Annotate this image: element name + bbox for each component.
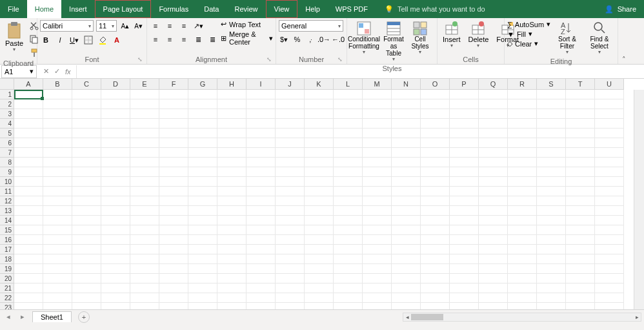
cell[interactable] [72,167,101,177]
cell[interactable] [537,293,566,303]
cell[interactable] [508,225,537,235]
cell[interactable] [537,119,566,129]
cell[interactable] [421,254,450,264]
cell[interactable] [130,129,159,138]
tab-page-layout[interactable]: Page Layout [95,0,152,18]
cell[interactable] [159,245,188,254]
cell[interactable] [450,245,479,254]
cell[interactable] [508,138,537,148]
cell[interactable] [276,254,305,264]
cell[interactable] [14,177,43,187]
merge-center-button[interactable]: ⊞Merge & Center▾ [221,30,273,46]
cell[interactable] [305,235,334,245]
cell[interactable] [595,177,624,187]
cell[interactable] [421,303,450,309]
cell[interactable] [566,264,595,274]
column-header[interactable]: Q [479,79,508,90]
cell[interactable] [421,235,450,245]
row-header[interactable]: 23 [0,303,14,309]
cell[interactable] [305,264,334,274]
cell[interactable] [595,245,624,254]
cell[interactable] [508,119,537,129]
scroll-thumb[interactable] [411,314,443,320]
cell[interactable] [217,254,247,264]
align-bottom-button[interactable]: ≡ [178,20,190,32]
cell[interactable] [334,274,363,284]
cell[interactable] [392,303,421,309]
cell[interactable] [159,264,188,274]
cell[interactable] [101,109,130,119]
cell[interactable] [595,225,624,235]
tab-data[interactable]: Data [196,0,226,18]
cell[interactable] [305,293,334,303]
cell[interactable] [537,254,566,264]
cell[interactable] [595,167,624,177]
cell[interactable] [247,187,276,196]
cell[interactable] [305,187,334,196]
cell[interactable] [72,274,101,284]
cell[interactable] [450,225,479,235]
cell[interactable] [276,167,305,177]
cell[interactable] [276,216,305,225]
cell[interactable] [188,274,217,284]
cell[interactable] [276,245,305,254]
align-center-button[interactable]: ≡ [164,34,176,45]
cell[interactable] [217,235,247,245]
cell[interactable] [159,158,188,167]
cell[interactable] [508,206,537,216]
cell-styles-button[interactable]: Cell Styles▾ [409,20,431,57]
cell[interactable] [14,235,43,245]
cell[interactable] [537,303,566,309]
cell[interactable] [305,177,334,187]
cell[interactable] [101,245,130,254]
decrease-decimal-button[interactable]: ←.0 [332,34,344,45]
cell[interactable] [479,177,508,187]
cell[interactable] [537,264,566,274]
cell[interactable] [479,109,508,119]
cell[interactable] [276,196,305,206]
cell[interactable] [101,284,130,293]
cell[interactable] [334,206,363,216]
enter-formula-button[interactable]: ✓ [54,67,60,76]
cell[interactable] [566,245,595,254]
accounting-format-button[interactable]: $▾ [279,34,289,45]
cell[interactable] [43,284,72,293]
cell[interactable] [101,235,130,245]
cell[interactable] [450,158,479,167]
align-right-button[interactable]: ≡ [178,34,190,45]
cell[interactable] [305,196,334,206]
cell[interactable] [595,187,624,196]
cell[interactable] [537,129,566,138]
cell[interactable] [217,167,247,177]
cell[interactable] [305,254,334,264]
cell[interactable] [276,99,305,109]
cell[interactable] [247,216,276,225]
cell[interactable] [247,284,276,293]
cell[interactable] [305,90,334,99]
share-button[interactable]: 👤 Share [605,5,636,14]
cell[interactable] [566,90,595,99]
cell[interactable] [14,254,43,264]
cell[interactable] [537,99,566,109]
cell[interactable] [508,303,537,309]
cell[interactable] [188,167,217,177]
cell[interactable] [217,99,247,109]
column-header[interactable]: B [43,79,72,90]
cell[interactable] [101,138,130,148]
cell[interactable] [566,138,595,148]
delete-cells-button[interactable]: Delete▾ [466,20,492,50]
cell[interactable] [595,254,624,264]
cell[interactable] [363,119,392,129]
cell[interactable] [595,138,624,148]
tab-view[interactable]: View [266,0,298,18]
cell[interactable] [450,274,479,284]
cell[interactable] [43,90,72,99]
cell[interactable] [276,177,305,187]
cell[interactable] [188,206,217,216]
font-name-select[interactable]: Calibri▾ [40,20,94,32]
cell[interactable] [334,138,363,148]
row-header[interactable]: 16 [0,235,14,245]
cell[interactable] [450,216,479,225]
autosum-button[interactable]: ∑AutoSum▾ [507,20,550,28]
cell[interactable] [566,284,595,293]
